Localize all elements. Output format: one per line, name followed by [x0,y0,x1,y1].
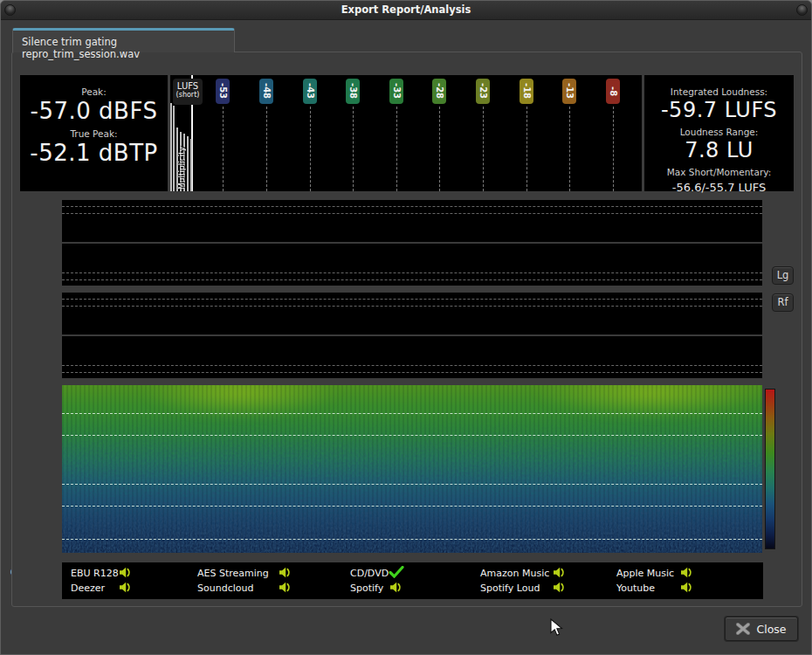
tab-export-file[interactable]: Silence trim gating repro_trim_session.w… [12,28,235,52]
meter-tick-label: -13 [565,83,574,99]
meter-tick-gridline [396,107,397,191]
loudness-distribution-meter: LUFS (short) -53-48-43-38-33-28-23-18-13… [170,75,642,191]
conformity-analysis-panel: EBU R128DeezerAES StreamingSoundcloudCD/… [62,562,763,599]
conformity-column: CD/DVDSpotify [350,562,403,599]
window-titlebar: Export Report/Analysis [1,1,811,20]
waveform-gridline [62,372,762,373]
peak-label: Peak: [20,86,168,97]
close-icon [736,623,750,635]
conformity-item-spotify: Spotify [350,582,403,595]
speaker-icon [279,582,292,593]
histogram-bar [173,106,175,191]
waveform-gridline [62,306,762,307]
meter-tick-badge: -28 [432,79,446,104]
meter-tick-gridline [439,107,440,191]
speaker-icon [680,567,693,578]
histogram-bar [190,139,192,191]
rectified-toggle-button[interactable]: Rf [772,293,794,312]
speaker-icon [279,567,292,578]
conformity-standard-name: Apple Music [616,568,674,579]
meter-tick-badge: -48 [259,79,273,104]
spectrogram-gridline [62,413,762,414]
conformity-standard-name: Amazon Music [480,568,549,579]
conformity-item-deezer: Deezer [71,582,132,595]
waveform-gridline [62,213,762,214]
meter-tick-badge: -33 [389,79,403,104]
conformity-speaker-indicator [279,580,292,596]
meter-unit-line2: (short) [173,91,203,99]
logscale-toggle-button[interactable]: Lg [772,266,794,285]
waveform-gridline [62,365,762,366]
meter-tick-gridline [310,107,311,191]
conformity-standard-name: AES Streaming [197,568,269,579]
integrated-loudness-label: Integrated Loudness: [644,86,794,97]
conformity-standard-name: Spotify [350,583,383,594]
speaker-icon [680,582,693,593]
conformity-item-youtube: Youtube [616,582,693,595]
meter-tick-gridline [613,107,614,191]
loudness-range-label: Loudness Range: [644,127,794,137]
conformity-standard-name: EBU R128 [71,568,119,579]
meter-tick-label: -38 [348,83,357,99]
histogram-bar [187,136,189,191]
speaker-icon [553,567,566,578]
meter-tick-gridline [526,107,527,191]
meter-tick-gridline [353,107,354,191]
waveform-display-right-channel [62,293,762,378]
meter-tick-label: -23 [478,83,487,99]
speaker-icon [389,582,403,593]
meter-tick-badge: -18 [520,79,533,104]
window-title: Export Report/Analysis [1,3,811,16]
loudness-info-panel: Integrated Loudness: -59.7 LUFS Loudness… [644,75,794,191]
meter-tick-label: -8 [609,86,617,96]
speaker-icon [119,582,132,593]
spectrogram-colorbar [765,389,775,549]
conformity-standard-name: CD/DVD [350,568,389,579]
meter-unit-line1: LUFS [173,81,203,91]
meter-unit-badge: LUFS (short) [173,79,203,105]
conformity-item-amazon-music: Amazon Music [480,567,566,580]
meter-tick-label: -33 [392,83,401,99]
close-button[interactable]: Close [725,617,798,641]
meter-tick-badge: -8 [606,79,620,104]
meter-tick-gridline [483,107,484,191]
histogram-axis-label: Multiplicity [177,147,186,190]
meter-tick-label: -43 [306,83,314,99]
mouse-cursor [550,618,563,637]
conformity-column: Amazon MusicSpotify Loud [480,562,566,599]
conformity-speaker-indicator [389,580,403,596]
close-button-label: Close [756,623,786,636]
speaker-icon [553,582,566,593]
conformity-item-aes-streaming: AES Streaming [197,567,292,580]
window-menu-button-right[interactable] [796,4,808,16]
spectrogram-time-texture [62,385,762,553]
meter-tick-gridline [569,107,570,191]
conformity-item-cd-dvd: CD/DVD [350,567,403,580]
meter-tick-gridline [266,107,267,191]
meter-tick-label: -53 [218,83,227,99]
conformity-speaker-indicator [553,580,566,596]
conformity-item-apple-music: Apple Music [616,567,693,580]
conformity-standard-name: Youtube [616,583,655,594]
spectrogram-gridline [62,435,762,436]
meter-tick-badge: -13 [562,79,576,104]
meter-tick-badge: -43 [303,79,317,104]
conformity-item-soundcloud: Soundcloud [197,582,292,595]
meter-tick-badge: -53 [216,79,230,104]
peak-info-panel: Peak: -57.0 dBFS True Peak: -52.1 dBTP [20,75,168,191]
waveform-gridline [62,299,762,300]
export-report-window: Export Report/Analysis Silence trim gati… [0,0,812,655]
meter-tick-label: -18 [522,83,531,99]
max-short-momentary-label: Max Short/Momentary: [644,167,794,177]
waveform-display-left-channel [62,200,762,286]
conformity-item-ebu-r128: EBU R128 [71,567,132,580]
conformity-column: AES StreamingSoundcloud [197,562,292,599]
spectrogram-gridline [62,484,762,485]
max-short-momentary-value: -56.6/-55.7 LUFS [644,181,794,194]
screenshot-stage: Export Report/Analysis Silence trim gati… [0,0,812,655]
conformity-standard-name: Soundcloud [197,583,253,594]
conformity-column: EBU R128Deezer [71,562,132,599]
waveform-gridline [62,272,762,273]
meter-tick-badge: -38 [346,79,360,104]
meter-tick-gridline [223,107,224,191]
